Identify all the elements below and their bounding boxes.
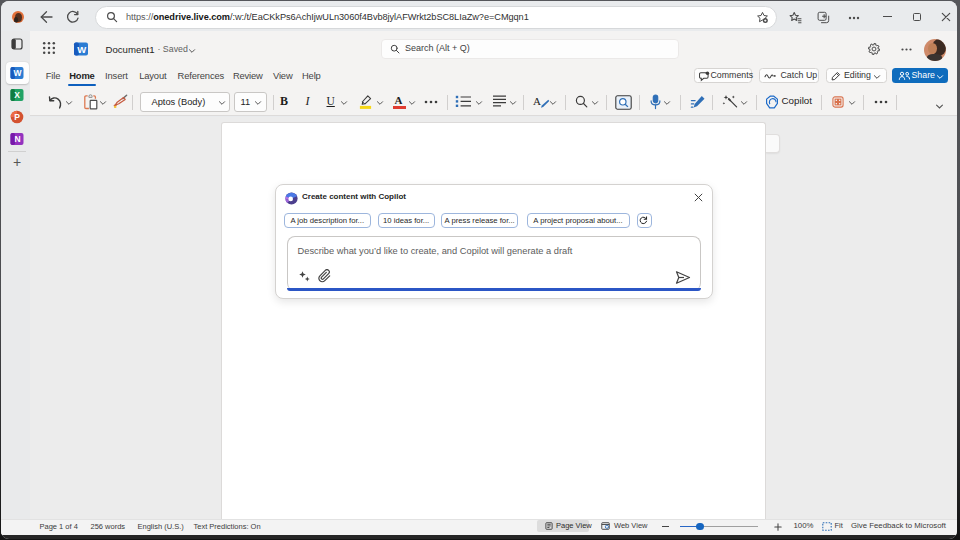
- svg-text:W: W: [14, 68, 23, 78]
- svg-text:P: P: [14, 112, 20, 122]
- svg-text:N: N: [15, 134, 21, 144]
- svg-text:X: X: [14, 90, 20, 100]
- svg-text:W: W: [77, 44, 86, 55]
